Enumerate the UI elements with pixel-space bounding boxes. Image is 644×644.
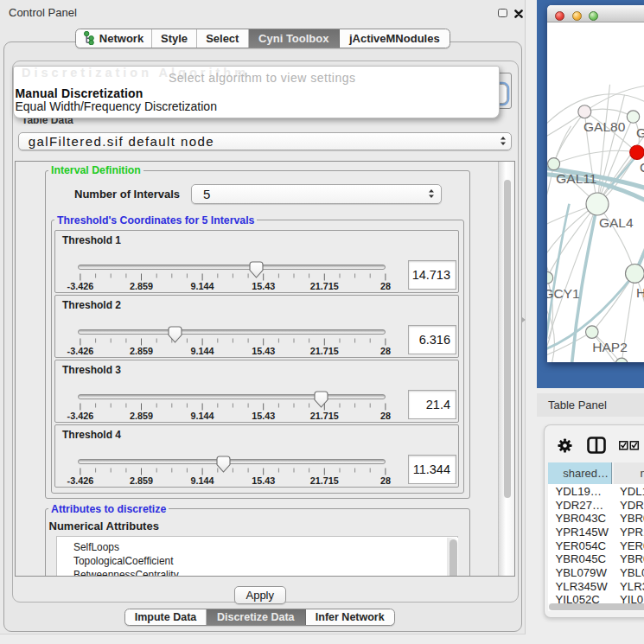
svg-text:GAL4: GAL4 — [598, 215, 633, 230]
svg-text:GAL: GAL — [635, 125, 644, 140]
svg-text:C: C — [640, 160, 644, 175]
svg-text:GAL11: GAL11 — [556, 171, 596, 186]
svg-text:GAL80: GAL80 — [583, 119, 626, 134]
svg-text:GCY1: GCY1 — [547, 287, 580, 302]
svg-text:HI: HI — [636, 285, 644, 300]
svg-text:HAP2: HAP2 — [592, 341, 628, 355]
